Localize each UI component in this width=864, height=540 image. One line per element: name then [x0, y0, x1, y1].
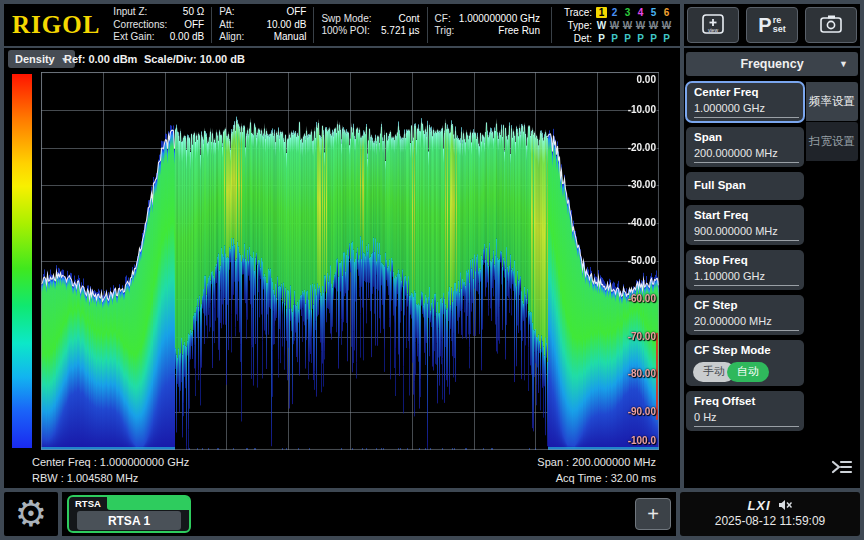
- menu-item-label: Freq Offset: [694, 395, 755, 407]
- status-value: 50 Ω: [183, 6, 204, 19]
- menu-item-value: 20.000000 MHz: [694, 315, 799, 331]
- trace-5-detector: P: [647, 33, 660, 44]
- status-label: Trig:: [435, 25, 455, 38]
- trace-4-badge[interactable]: 4: [634, 7, 647, 18]
- footer-rbw: RBW : 1.004580 MHz: [32, 472, 138, 484]
- status-label: Ext Gain:: [113, 31, 154, 44]
- spectrum-display-panel: Density ▼ Ref: 0.00 dBm Scale/Div: 10.00…: [4, 48, 680, 488]
- status-label: Swp Mode:: [321, 13, 371, 26]
- status-group-pa: PA:OFF Att:10.00 dB Align:Manual: [211, 7, 313, 43]
- trace-row: Trace: 1 2 3 4 5 6: [559, 7, 673, 18]
- status-value: OFF: [286, 6, 306, 19]
- trace-1-type: W: [595, 20, 608, 31]
- y-axis-label: -50.00: [628, 255, 656, 266]
- menu-expand-button[interactable]: [830, 458, 854, 480]
- top-status-bar: RIGOL Input Z:50 Ω Corrections:OFF Ext G…: [4, 4, 680, 46]
- rtsa-app-tab[interactable]: RTSA RTSA 1: [67, 495, 191, 533]
- status-value: OFF: [184, 19, 204, 32]
- cf-step-mode-toggle[interactable]: 手动 自动: [693, 362, 769, 382]
- status-label: Att:: [219, 19, 234, 32]
- status-value: 0.00 dB: [170, 31, 204, 44]
- trace-3-badge[interactable]: 3: [621, 7, 634, 18]
- status-value: 5.721 µs: [381, 25, 420, 38]
- preset-p: P: [758, 15, 771, 35]
- system-status-panel: LXI 2025-08-12 11:59:09: [680, 492, 860, 536]
- y-axis-label: -30.00: [628, 179, 656, 190]
- status-label: CF:: [435, 13, 451, 26]
- y-axis-label: -20.00: [628, 142, 656, 153]
- menu-item-stop-freq[interactable]: Stop Freq 1.100000 GHz: [686, 250, 804, 290]
- y-axis-label: 0.00: [637, 74, 656, 85]
- trace-2-badge[interactable]: 2: [608, 7, 621, 18]
- add-view-icon: view: [699, 12, 727, 38]
- menu-item-cf-step-mode[interactable]: CF Step Mode 手动 自动: [686, 340, 804, 386]
- menu-item-label: Start Freq: [694, 209, 748, 221]
- status-label: Input Z:: [113, 6, 147, 19]
- app-taskbar: RTSA RTSA 1 +: [62, 492, 676, 536]
- trace-5-badge[interactable]: 5: [647, 7, 660, 18]
- tab-span-settings[interactable]: 扫宽设置: [806, 122, 858, 161]
- gear-icon[interactable]: ⚙: [15, 496, 47, 532]
- speaker-muted-icon: [778, 499, 793, 511]
- tab-frequency-settings[interactable]: 频率设置: [806, 82, 858, 121]
- footer-acq-time: Acq Time : 32.00 ms: [556, 472, 656, 484]
- detector-row: Det: P P P P P P: [559, 33, 673, 44]
- trace-3-type: W: [621, 20, 634, 31]
- menu-item-start-freq[interactable]: Start Freq 900.000000 MHz: [686, 205, 804, 245]
- density-colorbar: [12, 74, 32, 448]
- menu-item-center-freq[interactable]: Center Freq 1.000000 GHz: [686, 82, 804, 122]
- status-label: Align:: [219, 31, 244, 44]
- footer-span: Span : 200.000000 MHz: [537, 456, 656, 468]
- date-time-readout: 2025-08-12 11:59:09: [680, 514, 860, 528]
- rtsa-tab-header: RTSA: [69, 497, 189, 510]
- trace-1-detector: P: [595, 33, 608, 44]
- menu-item-value: 200.000000 MHz: [694, 147, 799, 163]
- status-value: 10.00 dB: [266, 19, 306, 32]
- detector-row-label: Det:: [559, 33, 592, 44]
- menu-side-tabs: 频率设置 扫宽设置: [806, 82, 858, 161]
- menu-item-cf-step[interactable]: CF Step 20.000000 MHz: [686, 295, 804, 335]
- menu-title-dropdown[interactable]: Frequency ▼: [686, 52, 858, 76]
- menu-item-value: 1.100000 GHz: [694, 270, 799, 286]
- rtsa-group-label: RTSA: [69, 497, 107, 510]
- trace-5-type: W: [647, 20, 660, 31]
- camera-icon: [818, 14, 844, 36]
- menu-item-full-span[interactable]: Full Span: [686, 172, 804, 200]
- trace-4-detector: P: [634, 33, 647, 44]
- status-value: Free Run: [498, 25, 540, 38]
- trace-status-panel: Trace: 1 2 3 4 5 6 Type: W W W W W W Det…: [551, 7, 680, 43]
- y-axis-label: -10.00: [628, 104, 656, 115]
- frequency-menu-panel: Frequency ▼ Center Freq 1.000000 GHz Spa…: [684, 48, 860, 488]
- trace-6-type: W: [660, 20, 673, 31]
- trace-6-badge[interactable]: 6: [660, 7, 673, 18]
- preset-button[interactable]: P re set: [746, 7, 798, 43]
- y-axis-label: -70.00: [628, 331, 656, 342]
- menu-item-freq-offset[interactable]: Freq Offset 0 Hz: [686, 391, 804, 431]
- svg-text:view: view: [708, 27, 718, 33]
- menu-item-label: CF Step: [694, 299, 737, 311]
- status-label: Corrections:: [113, 19, 167, 32]
- trace-1-badge[interactable]: 1: [596, 7, 607, 18]
- screenshot-button[interactable]: [805, 7, 857, 43]
- status-label: 100% POI:: [321, 25, 369, 38]
- add-view-button[interactable]: view: [687, 7, 739, 43]
- y-axis-label: -40.00: [628, 217, 656, 228]
- status-group-sweep: Swp Mode:Cont 100% POI:5.721 µs: [313, 7, 426, 43]
- menu-item-label: CF Step Mode: [694, 344, 771, 356]
- status-group-input: Input Z:50 Ω Corrections:OFF Ext Gain:0.…: [106, 7, 211, 43]
- y-axis-label: -60.00: [628, 293, 656, 304]
- type-row: Type: W W W W W W: [559, 20, 673, 31]
- menu-item-span[interactable]: Span 200.000000 MHz: [686, 127, 804, 167]
- toggle-option-auto[interactable]: 自动: [727, 362, 769, 382]
- trace-4-type: W: [634, 20, 647, 31]
- menu-item-value: 900.000000 MHz: [694, 225, 799, 241]
- add-app-button[interactable]: +: [635, 498, 671, 530]
- menu-item-label: Stop Freq: [694, 254, 748, 266]
- trace-2-detector: P: [608, 33, 621, 44]
- menu-item-value: 0 Hz: [694, 411, 799, 427]
- footer-center-freq: Center Freq : 1.000000000 GHz: [32, 456, 189, 468]
- menu-title-label: Frequency: [740, 57, 803, 71]
- status-label: PA:: [219, 6, 234, 19]
- rtsa-instance-button[interactable]: RTSA 1: [77, 511, 181, 530]
- chevron-down-icon: ▼: [839, 59, 848, 69]
